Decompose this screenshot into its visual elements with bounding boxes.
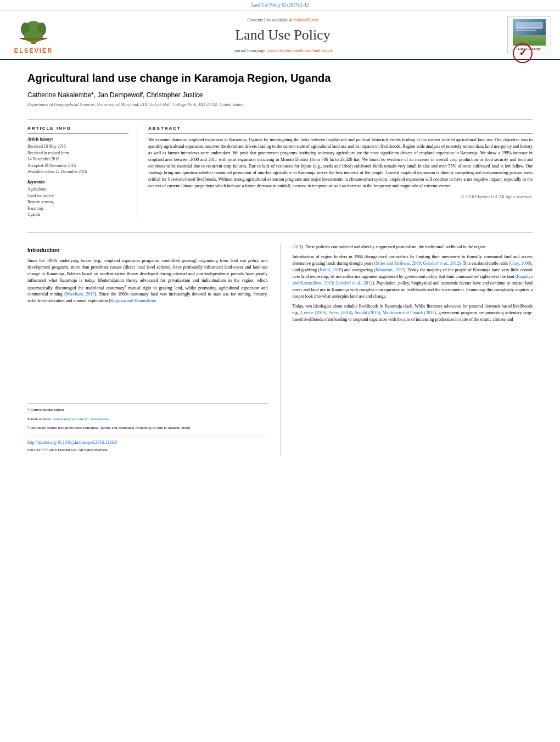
section-divider (27, 232, 533, 233)
intro-heading: Introduction (27, 246, 268, 254)
history-accepted: Accepted 18 November 2016 (27, 163, 128, 169)
keyword-3: Karamoja (27, 206, 128, 212)
article-history-label: Article history: (27, 137, 128, 143)
abstract-text: We examine dramatic cropland expansion i… (148, 137, 533, 189)
ref-2013[interactable]: 2013 (293, 244, 301, 249)
doi-line: Land Use Policy 62 (2017) 2–12 (251, 3, 309, 8)
page: Land Use Policy 62 (2017) 2–12 ELSEVIER … (0, 0, 560, 742)
article-title-section: ✓ Agricultural land use change in Karamo… (0, 60, 560, 119)
history-revised-date: 14 November 2016 (27, 157, 128, 163)
abstract-panel: ABSTRACT We examine dramatic cropland ex… (148, 125, 533, 219)
footnotes-section: * Corresponding author. E-mail address: … (27, 403, 268, 431)
body-col1-para1: Since the 1960s underlying forces (e.g.,… (27, 258, 268, 305)
journal-header: ELSEVIER Contents lists available at Sci… (0, 11, 560, 59)
footnote-email-line: E-mail address: cnakalem@umd.edu (C. Nak… (27, 416, 268, 422)
elsevier-tree-icon (17, 15, 50, 46)
body-col-right: 2013). These policies contradicted and d… (293, 244, 533, 456)
ref-mamdani[interactable]: Mamdani, 1982 (376, 267, 404, 272)
footnote-email-link[interactable]: cnakalem@umd.edu (C. Nakalembe). (53, 417, 111, 421)
elsevier-brand-label: ELSEVIER (14, 47, 53, 55)
issn-line: 0264-8377/© 2016 Elsevier Ltd. All right… (27, 447, 268, 453)
ref-mwebaza[interactable]: Mwebaza, 2015 (66, 292, 95, 297)
footnote-1-line: ¹ Customary tenure recognizes both indiv… (27, 425, 268, 431)
column-divider (280, 244, 281, 456)
ref-levine[interactable]: Levine (2010) (301, 310, 327, 315)
body-col2-para1: 2013). These policies contradicted and d… (293, 244, 533, 250)
footer-doi-section: http://dx.doi.org/10.1016/j.landusepol.2… (27, 437, 268, 453)
journal-homepage-line: journal homepage: www.elsevier.com/locat… (69, 48, 496, 54)
ref-avery[interactable]: Avery (2014) (329, 310, 352, 315)
ref-rugadya[interactable]: Rugadya and Kamusilime, (110, 298, 157, 303)
body-section: Introduction Since the 1960s underlying … (0, 241, 560, 459)
ref-rugadya2[interactable]: Rugadya and Kamusilime, 2013; Gelsdorf e… (293, 274, 533, 286)
keywords-label: Keywords: (27, 180, 128, 186)
ref-kratli[interactable]: Krätli, 2010 (320, 267, 341, 272)
sciencedirect-link[interactable]: ScienceDirect (294, 18, 318, 23)
doi-link[interactable]: http://dx.doi.org/10.1016/j.landusepol.2… (27, 440, 117, 445)
article-info-heading: ARTICLE INFO (27, 125, 128, 133)
authors-line: Catherine Nakalembe*, Jan Dempewolf, Chr… (27, 91, 533, 100)
body-col-left: Introduction Since the 1960s underlying … (27, 244, 268, 456)
keyword-1: Land use policy (27, 193, 128, 199)
footnote-star-line: * Corresponding author. (27, 407, 268, 413)
crossmark-badge[interactable]: ✓ (513, 43, 533, 63)
elsevier-logo: ELSEVIER (9, 15, 58, 55)
journal-title-center: Contents lists available at ScienceDirec… (58, 17, 507, 54)
ref-stites[interactable]: Stites and Akabwai, 2009; Gelsdorf et al… (376, 261, 460, 266)
copyright-line: © 2016 Elsevier Ltd. All rights reserved… (148, 194, 533, 200)
abstract-heading: ABSTRACT (148, 125, 533, 133)
article-title: Agricultural land use change in Karamoja… (27, 71, 533, 85)
keyword-0: Agriculture (27, 187, 128, 193)
body-col2-para2: Introduction of region borders in 1984 d… (293, 254, 533, 300)
keyword-4: Uganda (27, 212, 128, 218)
ref-sundal[interactable]: Sundal (2010) (355, 310, 380, 315)
svg-rect-7 (23, 38, 44, 40)
body-col2-para3: Today, two ideologies about suitable liv… (293, 303, 533, 323)
ref-gray[interactable]: Gray, 2000 (511, 261, 530, 266)
journal-homepage-link[interactable]: www.elsevier.com/locate/landusepol (267, 48, 332, 53)
affiliation: Department of Geographical Sciences, Uni… (27, 102, 533, 108)
ref-matthysen[interactable]: Matthysen and Finardi (2010) (383, 310, 436, 315)
history-received: Received 16 May 2016 (27, 144, 128, 150)
sciencedirect-line: Contents lists available at ScienceDirec… (69, 17, 496, 23)
keyword-2: Remote sensing (27, 199, 128, 205)
history-revised-label: Received in revised form (27, 150, 128, 157)
history-online: Available online 22 December 2016 (27, 169, 128, 175)
journal-logo-image (513, 19, 546, 46)
journal-name: Land Use Policy (69, 25, 496, 45)
article-info-panel: ARTICLE INFO Article history: Received 1… (27, 125, 137, 219)
